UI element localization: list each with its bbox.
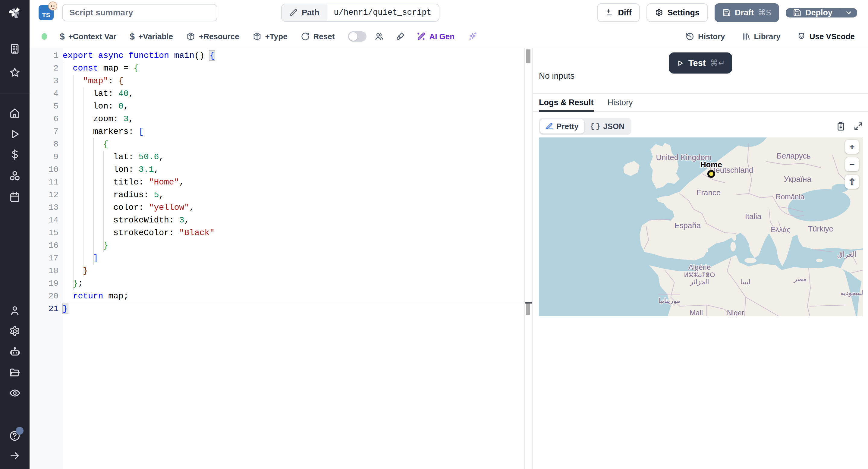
- add-context-var-button[interactable]: $ +Context Var: [60, 31, 116, 41]
- view-json-button[interactable]: { } JSON: [585, 119, 630, 133]
- map-zoom-out-button[interactable]: −: [845, 157, 859, 171]
- runs-play-icon[interactable]: [8, 128, 21, 140]
- favorites-star-icon[interactable]: [8, 66, 21, 79]
- view-pretty-button[interactable]: Pretty: [540, 119, 584, 133]
- line-number: 14: [30, 214, 59, 227]
- multiplayer-toggle[interactable]: [348, 31, 367, 41]
- use-vscode-button[interactable]: Use VScode: [797, 32, 855, 41]
- code-line[interactable]: lon: 3.1,: [63, 163, 524, 176]
- diff-button[interactable]: Diff: [597, 3, 640, 22]
- copy-result-button[interactable]: [836, 122, 846, 131]
- gear-icon: [655, 8, 663, 17]
- users-icon[interactable]: [374, 32, 384, 41]
- scrollbar-thumb[interactable]: [526, 50, 530, 63]
- code-line[interactable]: lat: 40,: [63, 87, 524, 100]
- map-country-label: الجزائر: [689, 278, 709, 286]
- code-line[interactable]: return map;: [63, 290, 524, 303]
- diff-icon: [606, 8, 614, 17]
- test-shortcut: ⌘↵: [710, 58, 725, 68]
- code-line[interactable]: }: [63, 303, 524, 315]
- history-button[interactable]: History: [685, 32, 725, 41]
- map-country-label: România: [776, 193, 805, 201]
- code-line[interactable]: strokeWidth: 3,: [63, 214, 524, 227]
- code-line[interactable]: };: [63, 277, 524, 290]
- home-icon[interactable]: [8, 107, 21, 119]
- add-type-button[interactable]: +Type: [253, 32, 287, 41]
- reset-button[interactable]: Reset: [301, 32, 335, 41]
- line-number: 2: [30, 62, 59, 75]
- path-label: Path: [302, 8, 319, 18]
- test-button[interactable]: Test ⌘↵: [669, 53, 732, 73]
- expand-result-button[interactable]: [854, 122, 863, 131]
- code-area[interactable]: export async function main() { const map…: [63, 48, 524, 469]
- sparkles-icon[interactable]: [468, 32, 477, 41]
- line-number: 8: [30, 138, 59, 151]
- code-line[interactable]: }: [63, 239, 524, 252]
- editor-gutter: 123456789101112131415161718192021: [30, 48, 63, 469]
- code-line[interactable]: strokeColor: "Black": [63, 227, 524, 239]
- line-number: 6: [30, 113, 59, 125]
- code-line[interactable]: ]: [63, 252, 524, 264]
- sidebar: [0, 0, 30, 469]
- folders-icon[interactable]: [8, 366, 21, 379]
- map-zoom-in-button[interactable]: +: [845, 140, 859, 154]
- code-line[interactable]: zoom: 3,: [63, 113, 524, 125]
- editor-scrollbar[interactable]: [524, 48, 532, 469]
- tab-logs-result[interactable]: Logs & Result: [539, 94, 594, 111]
- line-number: 9: [30, 151, 59, 163]
- user-icon[interactable]: [8, 305, 21, 317]
- code-line[interactable]: export async function main() {: [63, 50, 524, 62]
- map-country-label: Türkiye: [808, 224, 833, 233]
- line-number: 5: [30, 100, 59, 113]
- vscode-cat-icon: [797, 32, 806, 41]
- code-editor[interactable]: 123456789101112131415161718192021 export…: [30, 48, 532, 469]
- magic-wand-icon: [416, 32, 426, 41]
- workers-robot-icon[interactable]: [8, 346, 21, 358]
- help-icon[interactable]: [8, 430, 21, 442]
- format-brush-icon[interactable]: [396, 32, 405, 41]
- line-number: 18: [30, 264, 59, 277]
- audit-eye-icon[interactable]: [8, 387, 21, 399]
- result-toolbar: Pretty { } JSON: [539, 118, 863, 135]
- windmill-logo-icon[interactable]: [6, 4, 23, 21]
- result-tabs: Logs & Result History: [533, 94, 868, 112]
- library-button[interactable]: Library: [741, 32, 781, 41]
- deploy-button[interactable]: Deploy: [786, 8, 857, 18]
- ai-gen-button[interactable]: AI Gen: [416, 32, 455, 41]
- settings-button[interactable]: Settings: [647, 3, 708, 22]
- windmill-app: TS Path u/henri/quiet_script Diff Settin: [0, 0, 868, 469]
- variables-dollar-icon[interactable]: [8, 148, 21, 161]
- settings-gear-icon[interactable]: [8, 325, 21, 338]
- map-country-label: موريتانيا: [658, 297, 680, 305]
- add-variable-button[interactable]: $ +Variable: [130, 31, 173, 41]
- play-icon: [676, 59, 684, 67]
- code-line[interactable]: color: "yellow",: [63, 201, 524, 214]
- code-line[interactable]: radius: 5,: [63, 189, 524, 201]
- resources-boxes-icon[interactable]: [8, 170, 21, 182]
- map-country-label: مصر: [794, 275, 807, 283]
- editor-toolbar: $ +Context Var $ +Variable +Resource +Ty…: [30, 25, 868, 48]
- map-reset-view-button[interactable]: ⇧: [845, 175, 859, 189]
- code-line[interactable]: }: [63, 264, 524, 277]
- result-map[interactable]: United KingdomБеларусьDeutschlandУкраїна…: [539, 137, 863, 316]
- code-line[interactable]: lat: 50.6,: [63, 151, 524, 163]
- deploy-dropdown-button[interactable]: [840, 8, 857, 18]
- tab-history[interactable]: History: [608, 94, 633, 111]
- script-summary-input[interactable]: [62, 4, 217, 22]
- code-line[interactable]: {: [63, 138, 524, 151]
- draft-shortcut: ⌘S: [758, 8, 771, 18]
- draft-button[interactable]: Draft ⌘S: [715, 3, 779, 22]
- collapse-arrow-right-icon[interactable]: [8, 449, 21, 462]
- workspace-icon[interactable]: [8, 42, 21, 55]
- code-line[interactable]: "map": {: [63, 75, 524, 87]
- typescript-badge: TS: [38, 5, 54, 20]
- path-editor[interactable]: Path u/henri/quiet_script: [281, 4, 439, 22]
- schedules-calendar-icon[interactable]: [8, 191, 21, 204]
- code-line[interactable]: lon: 0,: [63, 100, 524, 113]
- code-line[interactable]: markers: [: [63, 125, 524, 138]
- line-number: 11: [30, 176, 59, 189]
- help-notification-badge: [16, 427, 24, 435]
- code-line[interactable]: const map = {: [63, 62, 524, 75]
- code-line[interactable]: title: "Home",: [63, 176, 524, 189]
- add-resource-button[interactable]: +Resource: [186, 32, 239, 41]
